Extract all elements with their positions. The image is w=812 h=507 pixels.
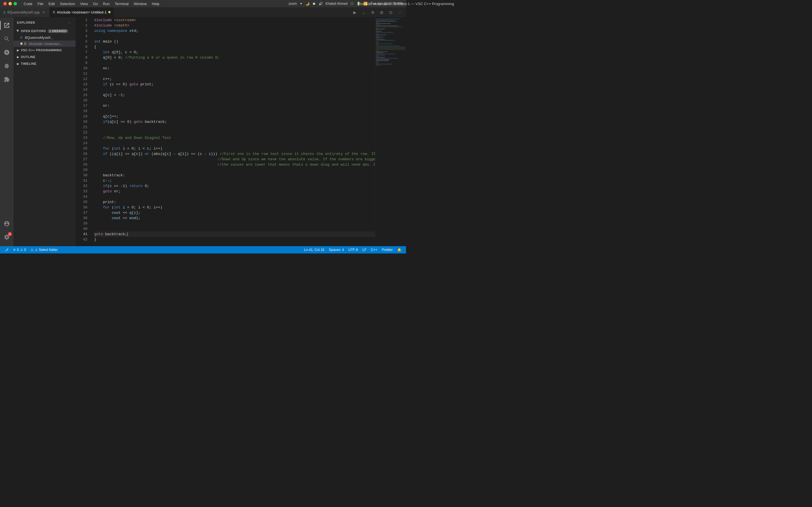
zoom-label: zoom <box>289 2 297 6</box>
code-line-22 <box>94 130 375 135</box>
code-line-37: cout << q[i]; <box>94 210 375 216</box>
activity-extensions[interactable] <box>0 73 13 86</box>
outline-label: OUTLINE <box>21 55 36 59</box>
ln-7: 7 <box>75 50 87 55</box>
status-select-folder[interactable]: ⚠ ⚠ Select folder. <box>28 248 61 252</box>
tab-8queens-close[interactable]: ✕ <box>42 10 46 15</box>
status-spaces[interactable]: Spaces: 4 <box>326 248 346 252</box>
ln-29: 29 <box>75 167 87 173</box>
main-layout: 1 EXPLORER ··· ▶ OPEN EDITORS 1 unsaved … <box>0 17 406 246</box>
activity-search[interactable] <box>0 32 13 46</box>
code-line-8: q[0] = 0; //Putting a 0 or a queen in ro… <box>94 55 375 60</box>
sidebar-actions: ··· <box>66 20 72 25</box>
status-line-ending[interactable]: LF <box>360 248 369 252</box>
new-file-button[interactable]: ··· <box>66 20 72 25</box>
cursor-position: Ln 41, Col 16 <box>304 248 324 252</box>
warning-icon: ⚠ <box>20 248 23 252</box>
ln-9: 9 <box>75 60 87 66</box>
cpp-icon: C <box>3 11 6 14</box>
bell-icon: 🔔 <box>397 248 402 252</box>
unsaved-indicator <box>108 11 110 13</box>
outline-chevron: ▶ <box>16 55 20 59</box>
ln-37: 37 <box>75 210 87 216</box>
code-line-1: #include <iostream> <box>94 17 375 23</box>
ln-16: 16 <box>75 98 87 103</box>
section-timeline[interactable]: ▶ TIMELINE <box>13 60 75 67</box>
settings-button[interactable]: ⚙ <box>369 8 377 16</box>
activity-settings[interactable]: 1 <box>0 230 13 244</box>
close-button[interactable] <box>3 2 7 5</box>
menu-code[interactable]: Code <box>21 1 35 6</box>
ln-10: 10 <box>75 66 87 71</box>
ln-3: 3 <box>75 28 87 34</box>
tab-untitled-label: #include <iostream> Untitled-1 <box>57 10 107 14</box>
status-errors[interactable]: ✕ 0 ⚠ 0 <box>11 248 28 252</box>
status-right: Ln 41, Col 16 Spaces: 4 UTF-8 LF C++ Pre… <box>302 248 404 252</box>
menu-terminal[interactable]: Terminal <box>112 1 131 6</box>
menu-window[interactable]: Window <box>132 1 149 6</box>
ln-19: 19 <box>75 114 87 119</box>
record-icon: ⏺ <box>312 2 316 6</box>
code-line-40 <box>94 226 375 231</box>
activity-account[interactable] <box>0 217 13 230</box>
menu-selection[interactable]: Selection <box>57 1 77 6</box>
menu-run[interactable]: Run <box>101 1 112 6</box>
status-encoding[interactable]: UTF-8 <box>346 248 360 252</box>
cpp-unsaved-icon: C <box>53 10 55 14</box>
vsc-cpp-label: VSC C++ PROGRAMMING <box>21 48 62 52</box>
more-button[interactable]: ··· <box>396 8 404 16</box>
tab-untitled[interactable]: C #include <iostream> Untitled-1 <box>50 7 114 17</box>
code-line-13: if (c == 8) goto print; <box>94 82 375 87</box>
unsaved-dot <box>20 43 22 45</box>
ln-27: 27 <box>75 157 87 162</box>
status-position[interactable]: Ln 41, Col 16 <box>302 248 326 252</box>
ln-26: 26 <box>75 151 87 157</box>
ln-28: 28 <box>75 162 87 167</box>
ln-39: 39 <box>75 221 87 226</box>
minimize-button[interactable] <box>8 2 12 5</box>
status-formatter[interactable]: Prettier <box>379 248 395 252</box>
ln-6: 6 <box>75 44 87 50</box>
menu-help[interactable]: Help <box>149 1 161 6</box>
menu-view[interactable]: View <box>78 1 90 6</box>
editor-content[interactable]: 1 2 3 4 5 6 7 8 9 10 11 12 13 14 15 16 1… <box>75 17 406 246</box>
activity-source-control[interactable] <box>0 46 13 59</box>
code-editor[interactable]: #include <iostream> #include <cmath> usi… <box>90 17 375 246</box>
status-language[interactable]: C++ <box>369 248 380 252</box>
ln-21: 21 <box>75 124 87 130</box>
unsaved-badge: 1 unsaved <box>48 29 68 33</box>
code-line-12: c++; <box>94 76 375 82</box>
split-button[interactable]: ⊡ <box>387 8 395 16</box>
ln-15: 15 <box>75 93 87 98</box>
ln-13: 13 <box>75 82 87 87</box>
code-line-41: goto backtrack; <box>94 231 375 237</box>
moon-icon: 🌙 <box>305 2 310 6</box>
section-vsc-cpp[interactable]: ▶ VSC C++ PROGRAMMING <box>13 47 75 54</box>
layout-button[interactable]: ⊞ <box>378 8 386 16</box>
section-open-editors[interactable]: ▶ OPEN EDITORS 1 unsaved <box>13 27 75 34</box>
menu-go[interactable]: Go <box>91 1 100 6</box>
status-notifications[interactable]: 🔔 <box>395 248 404 252</box>
tab-actions: ▶ ⌄ ⚙ ⊞ ⊡ ··· <box>351 7 406 17</box>
tab-8queens[interactable]: C 8QueensMyself.cpp ✕ <box>0 7 50 17</box>
file-item-untitled[interactable]: C #include <iostream... <box>13 41 75 47</box>
ln-22: 22 <box>75 130 87 135</box>
ln-31: 31 <box>75 178 87 183</box>
code-line-20: if(q[c] == 8) goto backtrack; <box>94 119 375 124</box>
activity-explorer[interactable] <box>0 18 13 32</box>
file-item-8queens[interactable]: C 8QueensMyself... <box>13 34 75 41</box>
status-branch[interactable]: ⎇ <box>2 248 11 252</box>
warning-folder-icon: ⚠ <box>31 248 34 252</box>
run-button[interactable]: ▶ <box>351 8 359 16</box>
code-line-24 <box>94 140 375 146</box>
menu-file[interactable]: File <box>35 1 46 6</box>
file-name-untitled: #include <iostream... <box>29 42 63 46</box>
ln-34: 34 <box>75 194 87 200</box>
menu-edit[interactable]: Edit <box>46 1 57 6</box>
maximize-button[interactable] <box>13 2 17 5</box>
run-dropdown[interactable]: ⌄ <box>360 8 368 16</box>
open-editors-label: OPEN EDITORS <box>21 29 46 33</box>
bluetooth-icon: ⚇ <box>350 2 354 6</box>
section-outline[interactable]: ▶ OUTLINE <box>13 54 75 60</box>
activity-debug[interactable] <box>0 59 13 73</box>
